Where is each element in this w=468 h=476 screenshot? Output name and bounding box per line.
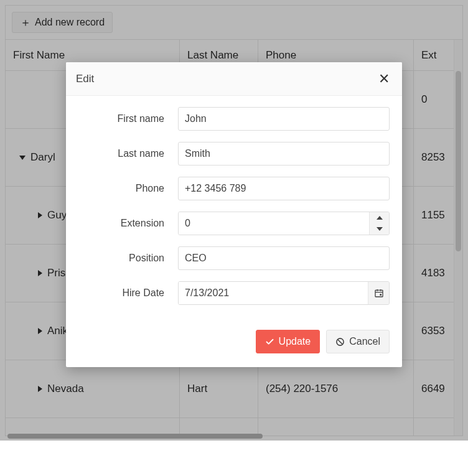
caret-down-icon	[377, 227, 383, 231]
form-row-first-name: First name	[78, 107, 390, 131]
form-row-position: Position	[78, 246, 390, 270]
form-row-hire-date: Hire Date	[78, 281, 390, 305]
caret-up-icon	[377, 216, 383, 220]
form-row-phone: Phone	[78, 177, 390, 200]
svg-rect-0	[375, 290, 383, 297]
dialog-body: First name Last name Phone Extension	[66, 96, 402, 321]
first-name-input[interactable]	[178, 107, 390, 131]
label-phone: Phone	[78, 183, 178, 194]
label-hire-date: Hire Date	[78, 287, 178, 299]
label-extension: Extension	[78, 218, 178, 229]
label-position: Position	[78, 253, 178, 264]
label-first-name: First name	[78, 113, 178, 124]
last-name-input[interactable]	[178, 142, 390, 166]
calendar-icon	[374, 288, 384, 298]
close-button[interactable]: ✕	[376, 70, 392, 88]
dialog-header: Edit ✕	[66, 62, 402, 96]
hire-date-picker	[178, 281, 390, 305]
form-row-extension: Extension	[78, 212, 390, 235]
cancel-button[interactable]: Cancel	[326, 330, 390, 353]
dialog-title: Edit	[76, 73, 94, 85]
extension-input[interactable]	[179, 212, 369, 235]
edit-dialog: Edit ✕ First name Last name Phone Extens…	[66, 62, 402, 367]
spinner-buttons	[369, 212, 389, 235]
svg-rect-4	[380, 294, 381, 296]
position-input[interactable]	[178, 246, 390, 270]
svg-line-6	[338, 339, 343, 344]
hire-date-input[interactable]	[179, 282, 368, 304]
dialog-footer: Update Cancel	[66, 321, 402, 367]
label-last-name: Last name	[78, 148, 178, 159]
update-button-label: Update	[279, 336, 311, 347]
extension-numeric	[178, 212, 390, 235]
check-icon	[265, 337, 274, 347]
form-row-last-name: Last name	[78, 142, 390, 166]
cancel-icon	[335, 337, 345, 347]
close-icon: ✕	[378, 71, 390, 86]
phone-input[interactable]	[178, 177, 390, 200]
cancel-button-label: Cancel	[349, 336, 380, 347]
increment-button[interactable]	[370, 212, 389, 223]
update-button[interactable]: Update	[256, 330, 321, 353]
decrement-button[interactable]	[370, 223, 389, 235]
calendar-toggle-button[interactable]	[368, 282, 389, 304]
